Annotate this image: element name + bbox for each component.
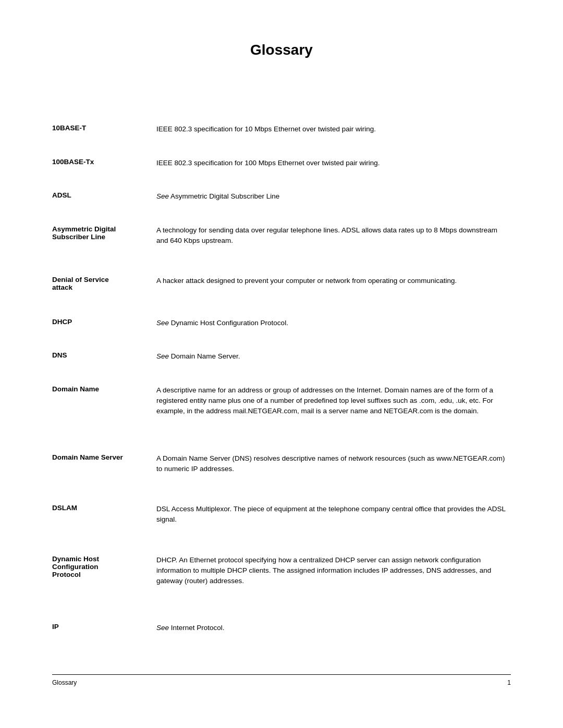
page-title: Glossary: [52, 42, 511, 58]
table-row: Denial of ServiceattackA hacker attack d…: [52, 273, 511, 308]
spacer-row: [52, 495, 511, 501]
definition-cell: A hacker attack designed to prevent your…: [156, 273, 511, 308]
definition-cell: DSL Access Multiplexor. The piece of equ…: [156, 501, 511, 546]
page: Glossary 10BASE-TIEEE 802.3 specificatio…: [0, 0, 563, 728]
table-row: ADSLSee Asymmetric Digital Subscriber Li…: [52, 188, 511, 216]
term-cell: Denial of Serviceattack: [52, 273, 156, 308]
spacer-row: [52, 342, 511, 348]
table-row: DNSSee Domain Name Server.: [52, 348, 511, 376]
term-cell: Asymmetric DigitalSubscriber Line: [52, 222, 156, 267]
term-cell: ADSL: [52, 188, 156, 216]
term-cell: DNS: [52, 348, 156, 376]
definition-cell: DHCP. An Ethernet protocol specifying ho…: [156, 552, 511, 614]
term-cell: 100BASE-Tx: [52, 155, 156, 182]
glossary-table: 10BASE-TIEEE 802.3 specification for 10 …: [52, 121, 511, 653]
table-row: IPSee Internet Protocol.: [52, 620, 511, 647]
term-cell: DHCP: [52, 315, 156, 342]
definition-cell: IEEE 802.3 specification for 100 Mbps Et…: [156, 155, 511, 182]
definition-cell: A Domain Name Server (DNS) resolves desc…: [156, 450, 511, 495]
definition-cell: IEEE 802.3 specification for 10 Mbps Eth…: [156, 121, 511, 149]
footer-right: 1: [507, 679, 511, 686]
term-cell: Domain Name: [52, 382, 156, 444]
term-cell: IP: [52, 620, 156, 647]
definition-cell: See Dynamic Host Configuration Protocol.: [156, 315, 511, 342]
table-row: Asymmetric DigitalSubscriber LineA techn…: [52, 222, 511, 267]
table-row: DHCPSee Dynamic Host Configuration Proto…: [52, 315, 511, 342]
table-row: DSLAMDSL Access Multiplexor. The piece o…: [52, 501, 511, 546]
definition-cell: A technology for sending data over regul…: [156, 222, 511, 267]
term-cell: Domain Name Server: [52, 450, 156, 495]
spacer-row: [52, 309, 511, 315]
term-cell: Dynamic HostConfigurationProtocol: [52, 552, 156, 614]
spacer-row: [52, 182, 511, 188]
table-row: Domain Name ServerA Domain Name Server (…: [52, 450, 511, 495]
spacer-row: [52, 149, 511, 155]
spacer-row: [52, 444, 511, 450]
spacer-row: [52, 647, 511, 653]
term-cell: 10BASE-T: [52, 121, 156, 149]
definition-cell: See Internet Protocol.: [156, 620, 511, 647]
term-cell: DSLAM: [52, 501, 156, 546]
footer-left: Glossary: [52, 679, 77, 686]
spacer-row: [52, 376, 511, 382]
spacer-row: [52, 266, 511, 273]
definition-cell: See Asymmetric Digital Subscriber Line: [156, 188, 511, 216]
footer: Glossary 1: [52, 674, 511, 686]
table-row: Dynamic HostConfigurationProtocolDHCP. A…: [52, 552, 511, 614]
spacer-row: [52, 613, 511, 620]
definition-cell: A descriptive name for an address or gro…: [156, 382, 511, 444]
spacer-row: [52, 546, 511, 552]
table-row: Domain NameA descriptive name for an add…: [52, 382, 511, 444]
spacer-row: [52, 216, 511, 222]
table-row: 10BASE-TIEEE 802.3 specification for 10 …: [52, 121, 511, 149]
table-row: 100BASE-TxIEEE 802.3 specification for 1…: [52, 155, 511, 182]
definition-cell: See Domain Name Server.: [156, 348, 511, 376]
